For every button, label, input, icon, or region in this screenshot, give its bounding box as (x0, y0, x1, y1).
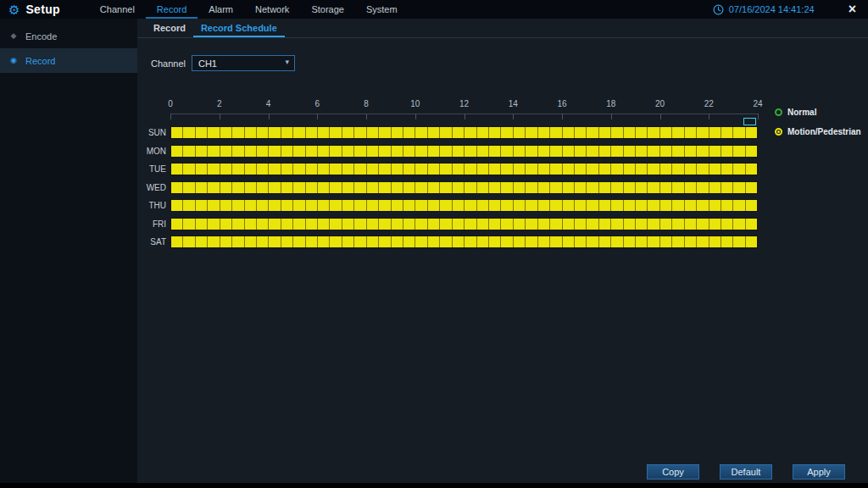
schedule-cell[interactable] (660, 164, 672, 175)
schedule-cell[interactable] (489, 164, 501, 175)
schedule-cell[interactable] (354, 200, 366, 211)
schedule-cell[interactable] (514, 127, 526, 138)
schedule-cell[interactable] (428, 236, 440, 247)
schedule-cell[interactable] (306, 219, 318, 230)
schedule-cell[interactable] (575, 236, 587, 247)
schedule-cell[interactable] (403, 127, 415, 138)
schedule-cell[interactable] (269, 200, 281, 211)
schedule-cell[interactable] (208, 146, 220, 157)
schedule-cell[interactable] (318, 164, 330, 175)
schedule-cell[interactable] (183, 127, 195, 138)
schedule-cell[interactable] (428, 164, 440, 175)
schedule-cell[interactable] (403, 219, 415, 230)
schedule-cell[interactable] (660, 146, 672, 157)
schedule-cell[interactable] (367, 127, 379, 138)
schedule-cell[interactable] (269, 146, 281, 157)
schedule-cell[interactable] (538, 219, 550, 230)
schedule-cell[interactable] (453, 164, 465, 175)
schedule-cell[interactable] (330, 127, 342, 138)
schedule-cell[interactable] (746, 219, 757, 230)
schedule-cell[interactable] (636, 236, 648, 247)
schedule-cell[interactable] (575, 182, 587, 193)
schedule-cell[interactable] (733, 182, 745, 193)
schedule-cell[interactable] (293, 146, 305, 157)
schedule-cell[interactable] (526, 164, 537, 175)
close-icon[interactable]: × (849, 3, 856, 16)
schedule-cell[interactable] (709, 200, 721, 211)
schedule-cell[interactable] (293, 219, 305, 230)
schedule-cell[interactable] (245, 182, 257, 193)
schedule-cell[interactable] (379, 219, 391, 230)
schedule-cell[interactable] (367, 200, 379, 211)
schedule-cell[interactable] (392, 236, 403, 247)
schedule-cell[interactable] (550, 219, 562, 230)
schedule-cell[interactable] (415, 146, 427, 157)
schedule-cell[interactable] (685, 200, 697, 211)
schedule-cell[interactable] (697, 146, 709, 157)
schedule-cell[interactable] (685, 146, 697, 157)
schedule-cell[interactable] (453, 236, 465, 247)
schedule-cell[interactable] (733, 146, 745, 157)
schedule-cell[interactable] (660, 182, 672, 193)
schedule-cell[interactable] (208, 219, 220, 230)
schedule-cell[interactable] (477, 219, 489, 230)
schedule-cell[interactable] (672, 200, 684, 211)
schedule-cell[interactable] (489, 200, 501, 211)
schedule-cell[interactable] (208, 182, 220, 193)
schedule-cell[interactable] (453, 200, 465, 211)
schedule-cell[interactable] (403, 200, 415, 211)
schedule-cell[interactable] (611, 146, 623, 157)
schedule-cell[interactable] (526, 182, 537, 193)
schedule-cell[interactable] (281, 164, 293, 175)
schedule-cell[interactable] (587, 127, 598, 138)
schedule-cell[interactable] (624, 236, 636, 247)
schedule-cell[interactable] (196, 200, 208, 211)
schedule-cell[interactable] (220, 236, 232, 247)
schedule-cell[interactable] (392, 182, 403, 193)
schedule-cell[interactable] (587, 236, 598, 247)
schedule-cell[interactable] (232, 182, 244, 193)
schedule-cell[interactable] (465, 146, 476, 157)
schedule-cell[interactable] (746, 182, 757, 193)
schedule-cell[interactable] (232, 127, 244, 138)
schedule-cell[interactable] (453, 219, 465, 230)
schedule-cell[interactable] (367, 219, 379, 230)
schedule-cell[interactable] (428, 200, 440, 211)
schedule-cell[interactable] (196, 236, 208, 247)
schedule-cell[interactable] (538, 127, 550, 138)
schedule-cell[interactable] (587, 219, 598, 230)
schedule-cell[interactable] (563, 200, 575, 211)
sidebar-item-encode[interactable]: ◆Encode (0, 24, 137, 48)
apply-button[interactable]: Apply (793, 464, 845, 480)
schedule-cell[interactable] (599, 219, 611, 230)
schedule-cell[interactable] (171, 200, 183, 211)
schedule-cell[interactable] (220, 200, 232, 211)
schedule-cell[interactable] (465, 164, 476, 175)
schedule-cell[interactable] (330, 219, 342, 230)
schedule-cell[interactable] (599, 200, 611, 211)
nav-system[interactable]: System (355, 0, 409, 19)
schedule-cell[interactable] (269, 127, 281, 138)
schedule-cell[interactable] (428, 219, 440, 230)
schedule-cell[interactable] (672, 182, 684, 193)
schedule-cell[interactable] (245, 164, 257, 175)
schedule-cell[interactable] (636, 127, 648, 138)
schedule-cell[interactable] (220, 182, 232, 193)
schedule-cell[interactable] (514, 182, 526, 193)
schedule-cell[interactable] (550, 164, 562, 175)
schedule-cell[interactable] (453, 127, 465, 138)
schedule-cell[interactable] (672, 127, 684, 138)
schedule-cell[interactable] (269, 182, 281, 193)
schedule-cell[interactable] (746, 164, 757, 175)
schedule-cell[interactable] (403, 146, 415, 157)
schedule-cell[interactable] (392, 219, 403, 230)
schedule-cell[interactable] (220, 127, 232, 138)
schedule-cell[interactable] (330, 236, 342, 247)
schedule-cell[interactable] (563, 219, 575, 230)
schedule-cell[interactable] (501, 127, 513, 138)
schedule-cell[interactable] (293, 182, 305, 193)
schedule-cell[interactable] (306, 182, 318, 193)
schedule-cell[interactable] (354, 164, 366, 175)
schedule-cell[interactable] (379, 164, 391, 175)
schedule-cell[interactable] (379, 200, 391, 211)
